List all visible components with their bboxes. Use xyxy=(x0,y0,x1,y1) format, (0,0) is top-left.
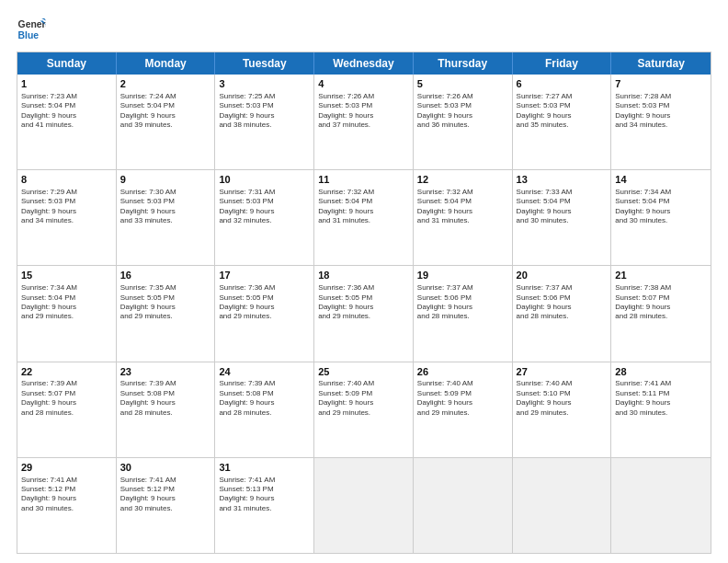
calendar-cell-13: 13Sunrise: 7:33 AM Sunset: 5:04 PM Dayli… xyxy=(513,170,612,265)
calendar-cell-5: 5Sunrise: 7:26 AM Sunset: 5:03 PM Daylig… xyxy=(414,75,513,169)
day-number-29: 29 xyxy=(21,461,112,475)
day-info-24: Sunrise: 7:39 AM Sunset: 5:08 PM Dayligh… xyxy=(219,379,310,418)
header-day-saturday: Saturday xyxy=(611,52,711,75)
header-day-friday: Friday xyxy=(513,52,612,75)
calendar-cell-22: 22Sunrise: 7:39 AM Sunset: 5:07 PM Dayli… xyxy=(17,362,117,457)
calendar-row-2: 8Sunrise: 7:29 AM Sunset: 5:03 PM Daylig… xyxy=(17,169,711,265)
day-number-25: 25 xyxy=(318,365,409,379)
day-number-3: 3 xyxy=(219,77,310,91)
day-number-13: 13 xyxy=(517,173,608,187)
calendar-cell-18: 18Sunrise: 7:36 AM Sunset: 5:05 PM Dayli… xyxy=(314,266,414,361)
day-info-12: Sunrise: 7:32 AM Sunset: 5:04 PM Dayligh… xyxy=(417,188,508,226)
calendar-cell-9: 9Sunrise: 7:30 AM Sunset: 5:03 PM Daylig… xyxy=(117,170,216,265)
day-info-9: Sunrise: 7:30 AM Sunset: 5:03 PM Dayligh… xyxy=(120,188,211,226)
day-info-3: Sunrise: 7:25 AM Sunset: 5:03 PM Dayligh… xyxy=(219,92,310,131)
day-number-7: 7 xyxy=(615,77,707,91)
day-number-27: 27 xyxy=(517,365,608,379)
calendar: SundayMondayTuesdayWednesdayThursdayFrid… xyxy=(17,52,711,554)
calendar-cell-empty xyxy=(611,458,711,553)
day-number-2: 2 xyxy=(120,77,211,91)
calendar-cell-17: 17Sunrise: 7:36 AM Sunset: 5:05 PM Dayli… xyxy=(215,266,314,361)
calendar-cell-23: 23Sunrise: 7:39 AM Sunset: 5:08 PM Dayli… xyxy=(117,362,216,457)
day-info-1: Sunrise: 7:23 AM Sunset: 5:04 PM Dayligh… xyxy=(21,92,112,131)
calendar-cell-7: 7Sunrise: 7:28 AM Sunset: 5:03 PM Daylig… xyxy=(611,75,711,169)
day-number-19: 19 xyxy=(417,269,508,282)
calendar-cell-20: 20Sunrise: 7:37 AM Sunset: 5:06 PM Dayli… xyxy=(513,266,612,361)
calendar-cell-empty xyxy=(414,458,513,553)
day-number-17: 17 xyxy=(219,269,310,282)
day-info-29: Sunrise: 7:41 AM Sunset: 5:12 PM Dayligh… xyxy=(21,476,112,514)
day-info-16: Sunrise: 7:35 AM Sunset: 5:05 PM Dayligh… xyxy=(120,283,211,322)
calendar-cell-6: 6Sunrise: 7:27 AM Sunset: 5:03 PM Daylig… xyxy=(513,75,612,169)
calendar-row-5: 29Sunrise: 7:41 AM Sunset: 5:12 PM Dayli… xyxy=(17,457,711,553)
calendar-cell-2: 2Sunrise: 7:24 AM Sunset: 5:04 PM Daylig… xyxy=(117,75,216,169)
day-info-27: Sunrise: 7:40 AM Sunset: 5:10 PM Dayligh… xyxy=(517,379,608,418)
day-number-21: 21 xyxy=(615,269,707,282)
calendar-cell-24: 24Sunrise: 7:39 AM Sunset: 5:08 PM Dayli… xyxy=(215,362,314,457)
svg-text:Blue: Blue xyxy=(18,30,40,40)
day-number-11: 11 xyxy=(318,173,409,187)
calendar-cell-15: 15Sunrise: 7:34 AM Sunset: 5:04 PM Dayli… xyxy=(17,266,117,361)
day-number-9: 9 xyxy=(120,173,211,187)
calendar-cell-28: 28Sunrise: 7:41 AM Sunset: 5:11 PM Dayli… xyxy=(611,362,711,457)
day-info-31: Sunrise: 7:41 AM Sunset: 5:13 PM Dayligh… xyxy=(219,476,310,514)
calendar-cell-11: 11Sunrise: 7:32 AM Sunset: 5:04 PM Dayli… xyxy=(314,170,414,265)
header-day-tuesday: Tuesday xyxy=(215,52,314,75)
day-info-28: Sunrise: 7:41 AM Sunset: 5:11 PM Dayligh… xyxy=(615,379,707,418)
day-number-22: 22 xyxy=(21,365,112,379)
day-info-18: Sunrise: 7:36 AM Sunset: 5:05 PM Dayligh… xyxy=(318,283,409,322)
day-number-23: 23 xyxy=(120,365,211,379)
header-day-monday: Monday xyxy=(117,52,216,75)
calendar-cell-1: 1Sunrise: 7:23 AM Sunset: 5:04 PM Daylig… xyxy=(17,75,117,169)
calendar-row-3: 15Sunrise: 7:34 AM Sunset: 5:04 PM Dayli… xyxy=(17,265,711,361)
calendar-cell-26: 26Sunrise: 7:40 AM Sunset: 5:09 PM Dayli… xyxy=(414,362,513,457)
day-info-8: Sunrise: 7:29 AM Sunset: 5:03 PM Dayligh… xyxy=(21,188,112,226)
day-info-21: Sunrise: 7:38 AM Sunset: 5:07 PM Dayligh… xyxy=(615,283,707,322)
day-info-14: Sunrise: 7:34 AM Sunset: 5:04 PM Dayligh… xyxy=(615,188,707,226)
page: General Blue SundayMondayTuesdayWednesda… xyxy=(0,0,728,563)
day-number-28: 28 xyxy=(615,365,707,379)
day-number-5: 5 xyxy=(417,77,508,91)
header: General Blue xyxy=(17,15,711,44)
calendar-cell-30: 30Sunrise: 7:41 AM Sunset: 5:12 PM Dayli… xyxy=(117,458,216,553)
day-info-13: Sunrise: 7:33 AM Sunset: 5:04 PM Dayligh… xyxy=(517,188,608,226)
day-number-24: 24 xyxy=(219,365,310,379)
calendar-cell-16: 16Sunrise: 7:35 AM Sunset: 5:05 PM Dayli… xyxy=(117,266,216,361)
day-number-30: 30 xyxy=(120,461,211,475)
day-info-23: Sunrise: 7:39 AM Sunset: 5:08 PM Dayligh… xyxy=(120,379,211,418)
calendar-body: 1Sunrise: 7:23 AM Sunset: 5:04 PM Daylig… xyxy=(17,75,711,553)
calendar-cell-27: 27Sunrise: 7:40 AM Sunset: 5:10 PM Dayli… xyxy=(513,362,612,457)
day-number-6: 6 xyxy=(517,77,608,91)
day-info-2: Sunrise: 7:24 AM Sunset: 5:04 PM Dayligh… xyxy=(120,92,211,131)
day-info-22: Sunrise: 7:39 AM Sunset: 5:07 PM Dayligh… xyxy=(21,379,112,418)
day-info-30: Sunrise: 7:41 AM Sunset: 5:12 PM Dayligh… xyxy=(120,476,211,514)
header-day-wednesday: Wednesday xyxy=(314,52,414,75)
calendar-cell-25: 25Sunrise: 7:40 AM Sunset: 5:09 PM Dayli… xyxy=(314,362,414,457)
calendar-cell-10: 10Sunrise: 7:31 AM Sunset: 5:03 PM Dayli… xyxy=(215,170,314,265)
calendar-row-1: 1Sunrise: 7:23 AM Sunset: 5:04 PM Daylig… xyxy=(17,75,711,169)
calendar-cell-19: 19Sunrise: 7:37 AM Sunset: 5:06 PM Dayli… xyxy=(414,266,513,361)
calendar-cell-3: 3Sunrise: 7:25 AM Sunset: 5:03 PM Daylig… xyxy=(215,75,314,169)
day-number-16: 16 xyxy=(120,269,211,282)
calendar-cell-12: 12Sunrise: 7:32 AM Sunset: 5:04 PM Dayli… xyxy=(414,170,513,265)
day-number-26: 26 xyxy=(417,365,508,379)
day-number-8: 8 xyxy=(21,173,112,187)
day-info-17: Sunrise: 7:36 AM Sunset: 5:05 PM Dayligh… xyxy=(219,283,310,322)
day-number-15: 15 xyxy=(21,269,112,282)
day-info-5: Sunrise: 7:26 AM Sunset: 5:03 PM Dayligh… xyxy=(417,92,508,131)
calendar-cell-21: 21Sunrise: 7:38 AM Sunset: 5:07 PM Dayli… xyxy=(611,266,711,361)
day-number-1: 1 xyxy=(21,77,112,91)
day-number-20: 20 xyxy=(517,269,608,282)
logo: General Blue xyxy=(17,15,46,44)
day-info-11: Sunrise: 7:32 AM Sunset: 5:04 PM Dayligh… xyxy=(318,188,409,226)
header-day-thursday: Thursday xyxy=(414,52,513,75)
calendar-row-4: 22Sunrise: 7:39 AM Sunset: 5:07 PM Dayli… xyxy=(17,362,711,457)
calendar-cell-8: 8Sunrise: 7:29 AM Sunset: 5:03 PM Daylig… xyxy=(17,170,117,265)
calendar-cell-empty xyxy=(314,458,414,553)
day-info-15: Sunrise: 7:34 AM Sunset: 5:04 PM Dayligh… xyxy=(21,283,112,322)
day-number-4: 4 xyxy=(318,77,409,91)
day-info-10: Sunrise: 7:31 AM Sunset: 5:03 PM Dayligh… xyxy=(219,188,310,226)
day-info-19: Sunrise: 7:37 AM Sunset: 5:06 PM Dayligh… xyxy=(417,283,508,322)
logo-icon: General Blue xyxy=(17,15,46,44)
calendar-cell-empty xyxy=(513,458,612,553)
